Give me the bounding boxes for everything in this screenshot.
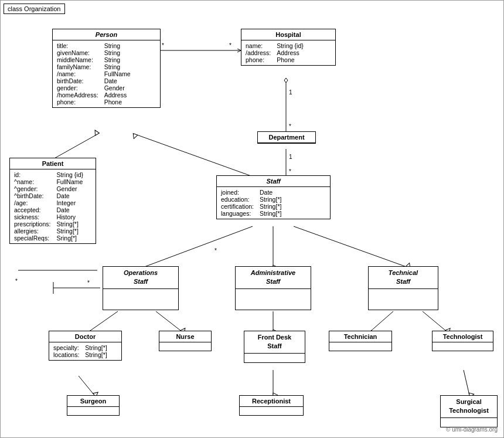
department-header: Department [258,132,315,143]
operations-staff-class: OperationsStaff [103,266,179,310]
doctor-header: Doctor [49,331,121,342]
watermark: © uml-diagrams.org [446,426,498,433]
staff-header: Staff [217,176,330,187]
patient-body: id:String {id} ^name:FullName ^gender:Ge… [10,169,96,243]
svg-text:*: * [229,42,231,49]
svg-text:*: * [289,168,291,175]
surgeon-class: Surgeon [67,395,120,416]
svg-text:1: 1 [289,89,292,96]
svg-line-14 [143,226,253,267]
technical-staff-class: TechnicalStaff [368,266,438,310]
person-class: Person title:String givenName:String mid… [52,29,161,108]
nurse-header: Nurse [159,331,211,342]
surgical-technologist-class: SurgicalTechnologist [440,395,498,427]
operations-staff-header: OperationsStaff [103,267,178,289]
diagram-container: class Organization * * 1 * [0,0,504,438]
staff-class: Staff joined:Date education:String[*] ce… [216,175,331,219]
administrative-staff-class: AdministrativeStaff [235,266,311,310]
hospital-class: Hospital name:String {id} /address:Addre… [241,29,336,66]
doctor-class: Doctor specialty:String[*] locations:Str… [49,331,122,361]
hospital-header: Hospital [241,29,335,40]
surgeon-header: Surgeon [67,396,119,407]
svg-line-19 [156,311,182,332]
svg-line-22 [423,311,447,332]
receptionist-class: Receptionist [239,395,304,416]
department-class: Department [257,131,316,144]
technical-staff-header: TechnicalStaff [369,267,438,289]
hospital-body: name:String {id} /address:Address phone:… [241,40,335,65]
svg-text:*: * [87,280,90,286]
svg-text:*: * [15,278,18,284]
administrative-staff-header: AdministrativeStaff [236,267,311,289]
svg-line-25 [464,370,469,395]
front-desk-staff-class: Front DeskStaff [244,331,305,363]
svg-text:*: * [289,123,291,130]
technician-header: Technician [329,331,391,342]
diagram-title: class Organization [4,4,65,14]
svg-line-18 [88,311,118,332]
svg-line-21 [370,311,393,332]
svg-line-23 [79,376,94,395]
svg-text:*: * [162,42,164,49]
svg-line-11 [53,134,97,159]
technologist-class: Technologist [432,331,493,351]
technologist-header: Technologist [433,331,493,342]
technician-class: Technician [329,331,392,351]
svg-line-12 [135,134,253,176]
svg-text:1: 1 [289,154,292,160]
person-header: Person [53,29,160,40]
front-desk-staff-header: Front DeskStaff [244,331,305,354]
svg-text:*: * [214,247,217,254]
person-body: title:String givenName:String middleName… [53,40,160,107]
svg-line-17 [294,226,408,267]
staff-body: joined:Date education:String[*] certific… [217,187,330,219]
patient-class: Patient id:String {id} ^name:FullName ^g… [9,158,96,244]
doctor-body: specialty:String[*] locations:String[*] [49,342,121,360]
surgical-technologist-header: SurgicalTechnologist [441,396,497,418]
nurse-class: Nurse [159,331,212,351]
patient-header: Patient [10,158,96,169]
receptionist-header: Receptionist [240,396,303,407]
